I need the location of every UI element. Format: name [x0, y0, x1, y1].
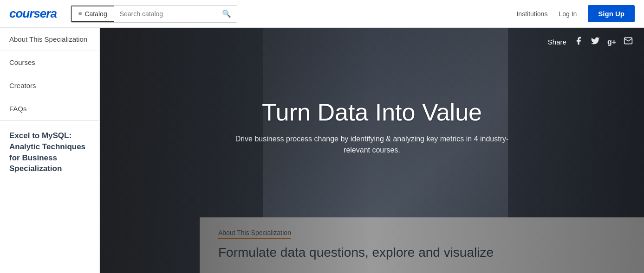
- sidebar-course-title: Excel to MySQL: Analytic Techniques for …: [0, 121, 99, 273]
- sidebar-item-faqs[interactable]: FAQs: [0, 97, 99, 121]
- sidebar-item-courses[interactable]: Courses: [0, 51, 99, 74]
- googleplus-icon[interactable]: g+: [607, 38, 616, 46]
- sidebar-item-creators[interactable]: Creators: [0, 74, 99, 97]
- catalog-icon: ≡: [78, 10, 82, 17]
- sidebar-nav: About This Specialization Courses Creato…: [0, 28, 99, 121]
- hero-subtitle: Drive business process change by identif…: [228, 133, 516, 156]
- main-content: About This Specialization Courses Creato…: [0, 28, 644, 273]
- search-icon: 🔍: [222, 10, 231, 18]
- email-icon[interactable]: [624, 36, 633, 48]
- share-bar: Share g+: [537, 28, 644, 56]
- facebook-icon[interactable]: [574, 36, 583, 48]
- hero-section: Share g+ Turn Data Into Value Drive busi…: [100, 28, 644, 273]
- nav-right: Institutions Log In Sign Up: [516, 5, 635, 22]
- header: coursera ≡ Catalog 🔍 Institutions Log In…: [0, 0, 644, 28]
- hero-content: Turn Data Into Value Drive business proc…: [100, 28, 644, 217]
- share-label: Share: [548, 38, 566, 46]
- hero-title: Turn Data Into Value: [262, 99, 482, 127]
- sidebar-item-about[interactable]: About This Specialization: [0, 28, 99, 51]
- search-input[interactable]: [114, 10, 216, 18]
- catalog-label: Catalog: [85, 10, 107, 18]
- twitter-icon[interactable]: [591, 36, 600, 48]
- institutions-link[interactable]: Institutions: [516, 10, 547, 18]
- sidebar: About This Specialization Courses Creato…: [0, 28, 100, 273]
- catalog-button[interactable]: ≡ Catalog: [71, 6, 114, 22]
- signup-button[interactable]: Sign Up: [588, 5, 635, 22]
- logo: coursera: [9, 6, 57, 21]
- search-button[interactable]: 🔍: [216, 6, 237, 22]
- search-bar: ≡ Catalog 🔍: [71, 5, 237, 23]
- login-link[interactable]: Log In: [559, 10, 577, 18]
